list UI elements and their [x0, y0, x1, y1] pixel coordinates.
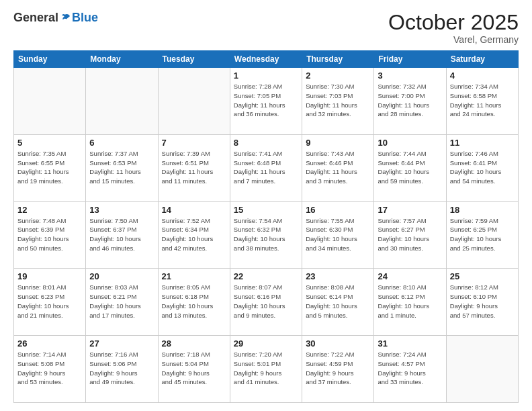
calendar-cell: 2Sunrise: 7:30 AM Sunset: 7:03 PM Daylig…: [302, 68, 374, 135]
day-number: 7: [162, 138, 226, 148]
day-number: 22: [234, 271, 298, 281]
calendar-cell: 1Sunrise: 7:28 AM Sunset: 7:05 PM Daylig…: [230, 68, 302, 135]
calendar-cell: 8Sunrise: 7:41 AM Sunset: 6:48 PM Daylig…: [230, 134, 302, 201]
calendar-cell: 5Sunrise: 7:35 AM Sunset: 6:55 PM Daylig…: [14, 134, 86, 201]
day-info: Sunrise: 8:08 AM Sunset: 6:14 PM Dayligh…: [306, 283, 370, 320]
calendar-cell: 22Sunrise: 8:07 AM Sunset: 6:16 PM Dayli…: [230, 269, 302, 336]
day-number: 24: [378, 271, 442, 281]
day-number: 20: [89, 271, 154, 281]
calendar-cell: 19Sunrise: 8:01 AM Sunset: 6:23 PM Dayli…: [14, 269, 86, 336]
calendar-header-row: SundayMondayTuesdayWednesdayThursdayFrid…: [14, 51, 519, 68]
day-info: Sunrise: 7:18 AM Sunset: 5:04 PM Dayligh…: [162, 350, 226, 387]
day-number: 26: [17, 338, 82, 349]
calendar-cell: 23Sunrise: 8:08 AM Sunset: 6:14 PM Dayli…: [302, 269, 374, 336]
day-number: 29: [234, 338, 298, 349]
calendar-week-row: 19Sunrise: 8:01 AM Sunset: 6:23 PM Dayli…: [14, 269, 519, 336]
weekday-header: Monday: [86, 51, 158, 68]
calendar-cell: 21Sunrise: 8:05 AM Sunset: 6:18 PM Dayli…: [158, 269, 230, 336]
calendar-cell: 4Sunrise: 7:34 AM Sunset: 6:58 PM Daylig…: [446, 68, 518, 135]
day-number: 9: [306, 138, 370, 148]
calendar-cell: 15Sunrise: 7:54 AM Sunset: 6:32 PM Dayli…: [230, 201, 302, 269]
calendar-cell: 25Sunrise: 8:12 AM Sunset: 6:10 PM Dayli…: [446, 269, 518, 336]
calendar-cell: 17Sunrise: 7:57 AM Sunset: 6:27 PM Dayli…: [374, 201, 446, 269]
calendar-cell: 11Sunrise: 7:46 AM Sunset: 6:41 PM Dayli…: [446, 134, 518, 201]
weekday-header: Wednesday: [230, 51, 302, 68]
calendar-cell: 30Sunrise: 7:22 AM Sunset: 4:59 PM Dayli…: [302, 336, 374, 403]
day-number: 17: [378, 205, 442, 215]
day-info: Sunrise: 8:01 AM Sunset: 6:23 PM Dayligh…: [17, 283, 82, 320]
calendar-cell: 18Sunrise: 7:59 AM Sunset: 6:25 PM Dayli…: [446, 201, 518, 269]
calendar-cell: 31Sunrise: 7:24 AM Sunset: 4:57 PM Dayli…: [374, 336, 446, 403]
day-info: Sunrise: 7:16 AM Sunset: 5:06 PM Dayligh…: [89, 350, 154, 387]
calendar-cell: 16Sunrise: 7:55 AM Sunset: 6:30 PM Dayli…: [302, 201, 374, 269]
page: General Blue October 2025 Varel, Germany…: [0, 0, 532, 411]
calendar-cell: [446, 336, 518, 403]
day-number: 12: [17, 205, 82, 215]
day-info: Sunrise: 7:30 AM Sunset: 7:03 PM Dayligh…: [306, 82, 370, 119]
day-number: 25: [450, 271, 515, 281]
day-number: 16: [306, 205, 370, 215]
day-info: Sunrise: 7:46 AM Sunset: 6:41 PM Dayligh…: [450, 149, 515, 186]
day-number: 10: [378, 138, 442, 148]
weekday-header: Friday: [374, 51, 446, 68]
day-info: Sunrise: 7:57 AM Sunset: 6:27 PM Dayligh…: [378, 216, 442, 253]
day-info: Sunrise: 7:55 AM Sunset: 6:30 PM Dayligh…: [306, 216, 370, 253]
day-number: 14: [162, 205, 226, 215]
calendar-cell: 10Sunrise: 7:44 AM Sunset: 6:44 PM Dayli…: [374, 134, 446, 201]
calendar-cell: [14, 68, 86, 135]
calendar-week-row: 26Sunrise: 7:14 AM Sunset: 5:08 PM Dayli…: [14, 336, 519, 403]
day-number: 6: [89, 138, 154, 148]
calendar-cell: 20Sunrise: 8:03 AM Sunset: 6:21 PM Dayli…: [86, 269, 158, 336]
logo-blue-text: Blue: [72, 11, 98, 25]
day-info: Sunrise: 7:54 AM Sunset: 6:32 PM Dayligh…: [234, 216, 298, 253]
day-info: Sunrise: 7:34 AM Sunset: 6:58 PM Dayligh…: [450, 82, 515, 119]
day-number: 30: [306, 338, 370, 349]
day-info: Sunrise: 7:24 AM Sunset: 4:57 PM Dayligh…: [378, 350, 442, 387]
logo: General Blue: [13, 11, 98, 25]
day-info: Sunrise: 7:22 AM Sunset: 4:59 PM Dayligh…: [306, 350, 370, 387]
day-number: 5: [17, 138, 82, 148]
day-number: 28: [162, 338, 226, 349]
calendar-cell: 3Sunrise: 7:32 AM Sunset: 7:00 PM Daylig…: [374, 68, 446, 135]
day-info: Sunrise: 7:28 AM Sunset: 7:05 PM Dayligh…: [234, 82, 298, 119]
calendar-cell: [86, 68, 158, 135]
day-info: Sunrise: 8:07 AM Sunset: 6:16 PM Dayligh…: [234, 283, 298, 320]
day-info: Sunrise: 7:52 AM Sunset: 6:34 PM Dayligh…: [162, 216, 226, 253]
day-number: 21: [162, 271, 226, 281]
month-title: October 2025: [388, 11, 519, 34]
day-info: Sunrise: 7:32 AM Sunset: 7:00 PM Dayligh…: [378, 82, 442, 119]
day-info: Sunrise: 7:59 AM Sunset: 6:25 PM Dayligh…: [450, 216, 515, 253]
day-number: 3: [378, 71, 442, 81]
calendar-cell: 27Sunrise: 7:16 AM Sunset: 5:06 PM Dayli…: [86, 336, 158, 403]
calendar-week-row: 1Sunrise: 7:28 AM Sunset: 7:05 PM Daylig…: [14, 68, 519, 135]
calendar-cell: 6Sunrise: 7:37 AM Sunset: 6:53 PM Daylig…: [86, 134, 158, 201]
day-info: Sunrise: 7:50 AM Sunset: 6:37 PM Dayligh…: [89, 216, 154, 253]
calendar-cell: 28Sunrise: 7:18 AM Sunset: 5:04 PM Dayli…: [158, 336, 230, 403]
day-info: Sunrise: 7:43 AM Sunset: 6:46 PM Dayligh…: [306, 149, 370, 186]
calendar-cell: 13Sunrise: 7:50 AM Sunset: 6:37 PM Dayli…: [86, 201, 158, 269]
calendar-week-row: 12Sunrise: 7:48 AM Sunset: 6:39 PM Dayli…: [14, 201, 519, 269]
logo-bird-icon: [60, 12, 72, 24]
day-number: 11: [450, 138, 515, 148]
calendar-cell: 24Sunrise: 8:10 AM Sunset: 6:12 PM Dayli…: [374, 269, 446, 336]
day-number: 18: [450, 205, 515, 215]
day-info: Sunrise: 7:39 AM Sunset: 6:51 PM Dayligh…: [162, 149, 226, 186]
day-info: Sunrise: 7:14 AM Sunset: 5:08 PM Dayligh…: [17, 350, 82, 387]
day-info: Sunrise: 7:41 AM Sunset: 6:48 PM Dayligh…: [234, 149, 298, 186]
day-number: 19: [17, 271, 82, 281]
day-number: 15: [234, 205, 298, 215]
day-info: Sunrise: 7:37 AM Sunset: 6:53 PM Dayligh…: [89, 149, 154, 186]
calendar-table: SundayMondayTuesdayWednesdayThursdayFrid…: [13, 50, 519, 403]
calendar-cell: 9Sunrise: 7:43 AM Sunset: 6:46 PM Daylig…: [302, 134, 374, 201]
calendar-cell: 7Sunrise: 7:39 AM Sunset: 6:51 PM Daylig…: [158, 134, 230, 201]
day-number: 8: [234, 138, 298, 148]
weekday-header: Saturday: [446, 51, 518, 68]
calendar-week-row: 5Sunrise: 7:35 AM Sunset: 6:55 PM Daylig…: [14, 134, 519, 201]
calendar-cell: [158, 68, 230, 135]
day-number: 13: [89, 205, 154, 215]
calendar-cell: 26Sunrise: 7:14 AM Sunset: 5:08 PM Dayli…: [14, 336, 86, 403]
day-info: Sunrise: 7:20 AM Sunset: 5:01 PM Dayligh…: [234, 350, 298, 387]
logo-text: General Blue: [13, 11, 98, 25]
day-number: 1: [234, 71, 298, 81]
weekday-header: Sunday: [14, 51, 86, 68]
